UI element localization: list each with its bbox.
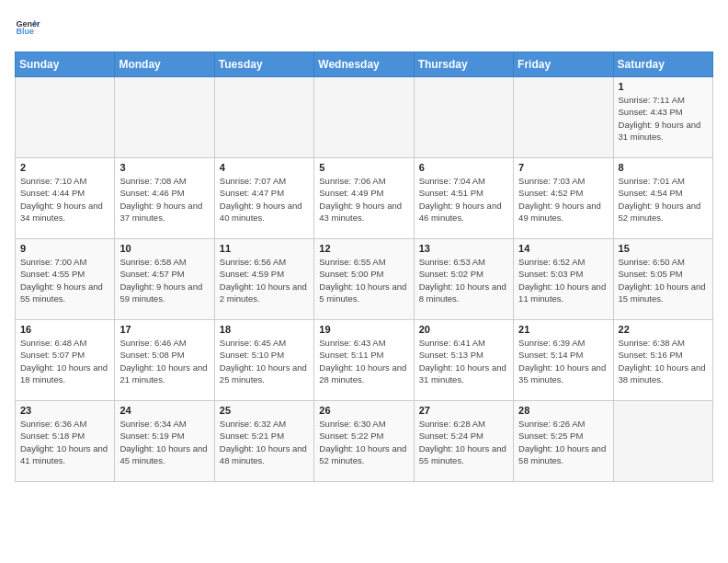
day-cell [514,77,613,158]
header-row: SundayMondayTuesdayWednesdayThursdayFrid… [16,52,713,77]
logo: General Blue [15,15,40,40]
day-cell: 22Sunrise: 6:38 AM Sunset: 5:16 PM Dayli… [613,320,712,401]
day-info: Sunrise: 6:43 AM Sunset: 5:11 PM Dayligh… [319,337,408,385]
day-number: 6 [419,162,508,173]
day-info: Sunrise: 7:01 AM Sunset: 4:54 PM Dayligh… [619,175,708,224]
column-header-saturday: Saturday [613,52,712,77]
day-cell: 2Sunrise: 7:10 AM Sunset: 4:44 PM Daylig… [16,158,115,239]
day-number: 22 [619,324,708,335]
day-cell: 6Sunrise: 7:04 AM Sunset: 4:51 PM Daylig… [414,158,513,239]
week-row-4: 16Sunrise: 6:48 AM Sunset: 5:07 PM Dayli… [16,320,713,401]
day-cell: 4Sunrise: 7:07 AM Sunset: 4:47 PM Daylig… [214,158,313,239]
day-info: Sunrise: 7:04 AM Sunset: 4:51 PM Dayligh… [419,175,508,224]
day-info: Sunrise: 7:08 AM Sunset: 4:46 PM Dayligh… [119,175,209,224]
day-number: 21 [518,324,608,335]
day-cell: 8Sunrise: 7:01 AM Sunset: 4:54 PM Daylig… [613,158,712,239]
day-number: 17 [119,324,209,335]
day-number: 1 [619,81,708,92]
day-cell: 3Sunrise: 7:08 AM Sunset: 4:46 PM Daylig… [115,158,214,239]
day-info: Sunrise: 7:07 AM Sunset: 4:47 PM Dayligh… [220,175,309,224]
column-header-monday: Monday [115,52,214,77]
day-info: Sunrise: 6:26 AM Sunset: 5:25 PM Dayligh… [518,418,608,466]
day-cell [314,77,414,158]
day-info: Sunrise: 6:53 AM Sunset: 5:02 PM Dayligh… [419,256,508,304]
day-info: Sunrise: 6:46 AM Sunset: 5:08 PM Dayligh… [119,337,209,385]
day-number: 19 [319,324,408,335]
day-cell: 28Sunrise: 6:26 AM Sunset: 5:25 PM Dayli… [514,401,613,482]
calendar-table: SundayMondayTuesdayWednesdayThursdayFrid… [15,52,713,482]
day-info: Sunrise: 6:52 AM Sunset: 5:03 PM Dayligh… [518,256,608,304]
day-info: Sunrise: 7:11 AM Sunset: 4:43 PM Dayligh… [619,94,708,143]
day-info: Sunrise: 6:28 AM Sunset: 5:24 PM Dayligh… [419,418,508,466]
day-number: 20 [419,324,508,335]
day-cell: 18Sunrise: 6:45 AM Sunset: 5:10 PM Dayli… [214,320,313,401]
day-number: 25 [220,405,309,416]
day-cell: 17Sunrise: 6:46 AM Sunset: 5:08 PM Dayli… [115,320,214,401]
day-cell: 1Sunrise: 7:11 AM Sunset: 4:43 PM Daylig… [613,77,712,158]
week-row-5: 23Sunrise: 6:36 AM Sunset: 5:18 PM Dayli… [16,401,713,482]
column-header-thursday: Thursday [414,52,513,77]
day-cell [414,77,513,158]
day-cell [613,401,712,482]
day-number: 26 [319,405,408,416]
day-info: Sunrise: 6:34 AM Sunset: 5:19 PM Dayligh… [119,418,209,466]
day-cell [115,77,214,158]
day-cell: 10Sunrise: 6:58 AM Sunset: 4:57 PM Dayli… [115,239,214,320]
day-info: Sunrise: 6:55 AM Sunset: 5:00 PM Dayligh… [319,256,408,304]
column-header-tuesday: Tuesday [214,52,313,77]
logo-icon: General Blue [15,15,40,40]
day-info: Sunrise: 6:32 AM Sunset: 5:21 PM Dayligh… [220,418,309,466]
day-number: 15 [619,243,708,254]
day-info: Sunrise: 6:58 AM Sunset: 4:57 PM Dayligh… [119,256,209,304]
svg-text:Blue: Blue [16,27,34,36]
day-cell: 23Sunrise: 6:36 AM Sunset: 5:18 PM Dayli… [16,401,115,482]
day-number: 24 [119,405,209,416]
day-number: 11 [220,243,309,254]
day-info: Sunrise: 6:38 AM Sunset: 5:16 PM Dayligh… [619,337,708,385]
day-cell: 26Sunrise: 6:30 AM Sunset: 5:22 PM Dayli… [314,401,414,482]
day-cell: 16Sunrise: 6:48 AM Sunset: 5:07 PM Dayli… [16,320,115,401]
day-cell [214,77,313,158]
day-info: Sunrise: 6:39 AM Sunset: 5:14 PM Dayligh… [518,337,608,385]
day-number: 9 [20,243,109,254]
week-row-1: 1Sunrise: 7:11 AM Sunset: 4:43 PM Daylig… [16,77,713,158]
day-number: 14 [518,243,608,254]
day-cell: 20Sunrise: 6:41 AM Sunset: 5:13 PM Dayli… [414,320,513,401]
day-cell: 24Sunrise: 6:34 AM Sunset: 5:19 PM Dayli… [115,401,214,482]
day-number: 27 [419,405,508,416]
day-number: 7 [518,162,608,173]
day-cell: 12Sunrise: 6:55 AM Sunset: 5:00 PM Dayli… [314,239,414,320]
day-number: 3 [119,162,209,173]
day-cell: 13Sunrise: 6:53 AM Sunset: 5:02 PM Dayli… [414,239,513,320]
day-number: 18 [220,324,309,335]
day-number: 28 [518,405,608,416]
day-cell: 25Sunrise: 6:32 AM Sunset: 5:21 PM Dayli… [214,401,313,482]
day-info: Sunrise: 6:36 AM Sunset: 5:18 PM Dayligh… [20,418,109,466]
day-number: 8 [619,162,708,173]
column-header-wednesday: Wednesday [314,52,414,77]
day-number: 2 [20,162,109,173]
day-number: 12 [319,243,408,254]
column-header-friday: Friday [514,52,613,77]
day-cell: 11Sunrise: 6:56 AM Sunset: 4:59 PM Dayli… [214,239,313,320]
day-cell: 19Sunrise: 6:43 AM Sunset: 5:11 PM Dayli… [314,320,414,401]
day-number: 23 [20,405,109,416]
day-info: Sunrise: 7:06 AM Sunset: 4:49 PM Dayligh… [319,175,408,224]
day-info: Sunrise: 6:56 AM Sunset: 4:59 PM Dayligh… [220,256,309,304]
day-number: 13 [419,243,508,254]
day-number: 5 [319,162,408,173]
day-cell: 15Sunrise: 6:50 AM Sunset: 5:05 PM Dayli… [613,239,712,320]
day-cell: 21Sunrise: 6:39 AM Sunset: 5:14 PM Dayli… [514,320,613,401]
calendar-header: SundayMondayTuesdayWednesdayThursdayFrid… [16,52,713,77]
day-info: Sunrise: 6:41 AM Sunset: 5:13 PM Dayligh… [419,337,508,385]
calendar-body: 1Sunrise: 7:11 AM Sunset: 4:43 PM Daylig… [16,77,713,482]
day-cell [16,77,115,158]
day-info: Sunrise: 7:00 AM Sunset: 4:55 PM Dayligh… [20,256,109,304]
day-info: Sunrise: 6:48 AM Sunset: 5:07 PM Dayligh… [20,337,109,385]
day-cell: 7Sunrise: 7:03 AM Sunset: 4:52 PM Daylig… [514,158,613,239]
week-row-2: 2Sunrise: 7:10 AM Sunset: 4:44 PM Daylig… [16,158,713,239]
day-info: Sunrise: 7:10 AM Sunset: 4:44 PM Dayligh… [20,175,109,224]
week-row-3: 9Sunrise: 7:00 AM Sunset: 4:55 PM Daylig… [16,239,713,320]
day-number: 16 [20,324,109,335]
day-info: Sunrise: 6:50 AM Sunset: 5:05 PM Dayligh… [619,256,708,304]
